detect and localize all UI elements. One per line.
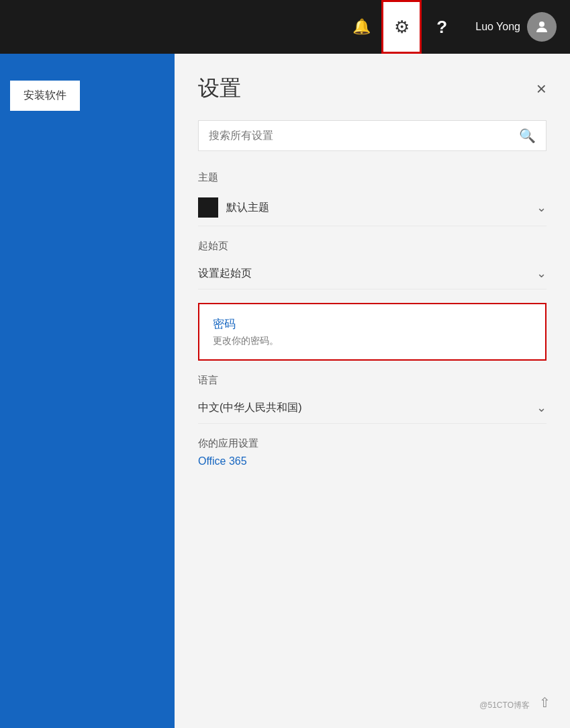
language-section: 语言 中文(中华人民共和国) ⌄ [198, 374, 547, 424]
startpage-chevron-icon: ⌄ [536, 266, 547, 281]
theme-row[interactable]: 默认主题 ⌄ [198, 189, 547, 226]
theme-row-left: 默认主题 [198, 197, 269, 218]
watermark: @51CTO博客 [479, 700, 530, 711]
theme-swatch [198, 197, 218, 218]
install-software-button[interactable]: 安装软件 [10, 81, 80, 111]
app-settings-label: 你的应用设置 [198, 437, 547, 450]
startpage-value: 设置起始页 [198, 267, 252, 281]
startpage-section: 起始页 设置起始页 ⌄ [198, 240, 547, 289]
help-icon-btn[interactable]: ? [422, 0, 462, 54]
theme-label: 主题 [198, 171, 547, 184]
theme-value: 默认主题 [226, 201, 269, 215]
theme-chevron-icon: ⌄ [536, 200, 547, 215]
password-title: 密码 [213, 316, 532, 332]
language-value: 中文(中华人民共和国) [198, 401, 302, 415]
theme-section: 主题 默认主题 ⌄ [198, 171, 547, 226]
main-layout: 安装软件 设置 × 🔍 主题 默认主题 ⌄ [0, 54, 570, 728]
app-settings-section: 你的应用设置 Office 365 [198, 437, 547, 467]
gear-icon: ⚙ [394, 17, 410, 38]
search-icon: 🔍 [519, 128, 536, 143]
password-description: 更改你的密码。 [213, 335, 532, 347]
password-section[interactable]: 密码 更改你的密码。 [198, 303, 547, 361]
avatar [527, 12, 557, 42]
user-area[interactable]: Luo Yong [475, 12, 557, 42]
language-row[interactable]: 中文(中华人民共和国) ⌄ [198, 392, 547, 424]
search-input[interactable] [209, 130, 512, 142]
settings-panel: 设置 × 🔍 主题 默认主题 ⌄ 起始页 设置起始页 [175, 54, 570, 728]
search-button[interactable]: 🔍 [519, 128, 536, 144]
up-arrow-icon: ⇧ [539, 694, 551, 711]
startpage-row[interactable]: 设置起始页 ⌄ [198, 258, 547, 289]
top-navbar: 🔔 ⚙ ? Luo Yong [0, 0, 570, 54]
close-button[interactable]: × [536, 80, 547, 97]
notification-icon-btn[interactable]: 🔔 [341, 0, 381, 54]
gear-icon-btn[interactable]: ⚙ [381, 0, 422, 54]
bell-icon: 🔔 [352, 18, 371, 36]
username-label: Luo Yong [475, 21, 520, 33]
search-box: 🔍 [198, 120, 547, 151]
startpage-label: 起始页 [198, 240, 547, 253]
language-chevron-icon: ⌄ [536, 400, 547, 415]
nav-icons: 🔔 ⚙ ? [341, 0, 462, 54]
settings-title: 设置 [198, 74, 241, 103]
sidebar: 安装软件 [0, 54, 175, 728]
scroll-to-top-button[interactable]: ⇧ [532, 690, 557, 715]
question-icon: ? [436, 17, 447, 38]
settings-header: 设置 × [198, 74, 547, 103]
office365-link[interactable]: Office 365 [198, 455, 247, 467]
svg-point-0 [539, 21, 544, 27]
language-label: 语言 [198, 374, 547, 387]
